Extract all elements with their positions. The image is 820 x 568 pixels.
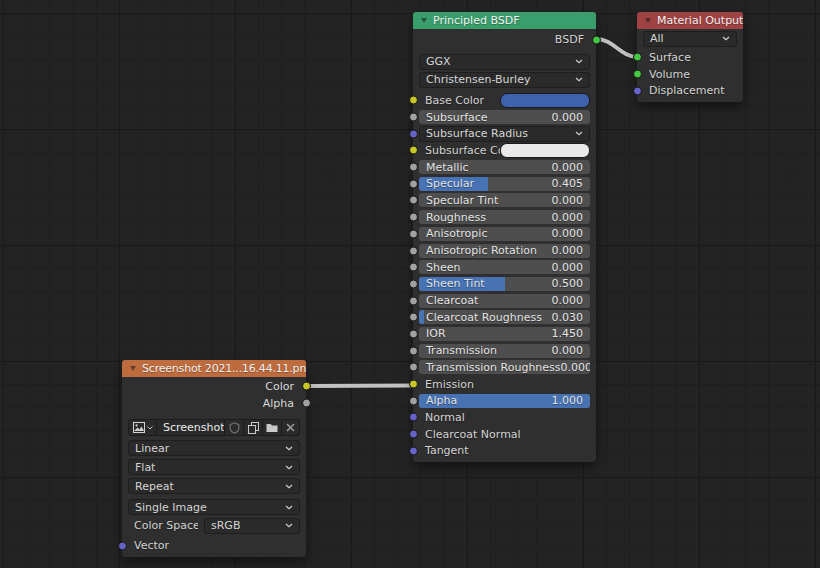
slider-ior[interactable]: IOR1.450 (419, 327, 590, 341)
dropdown-subsurface-radius[interactable]: Subsurface Radius (419, 126, 590, 142)
socket-volume-input[interactable] (633, 70, 642, 79)
socket-clearcoat-normal-input[interactable] (409, 430, 418, 439)
node-header-principled-bsdf[interactable]: Principled BSDF (413, 12, 596, 29)
socket-alpha-input[interactable] (409, 396, 418, 405)
input-label: Surface (637, 51, 691, 64)
input-row-subsurface-radius: Subsurface Radius (413, 125, 596, 142)
socket-transmission-input[interactable] (409, 346, 418, 355)
node-header-material-output[interactable]: Material Output (637, 12, 743, 29)
node-material-output[interactable]: Material Output All SurfaceVolumeDisplac… (637, 12, 743, 102)
slider-label: Sheen Tint (426, 277, 485, 290)
socket-metallic-input[interactable] (409, 163, 418, 172)
image-name-field[interactable]: Screenshot 20... (157, 420, 224, 435)
socket-displacement-input[interactable] (633, 86, 642, 95)
socket-clearcoat-roughness-input[interactable] (409, 313, 418, 322)
node-principled-bsdf[interactable]: Principled BSDF BSDF GGXChristensen-Burl… (413, 12, 596, 462)
input-row-alpha: Alpha1.000 (413, 392, 596, 409)
slider-value: 0.000 (552, 244, 584, 257)
menu-row-repeat: Repeat (128, 479, 300, 493)
dropdown-single-image[interactable]: Single Image (128, 499, 300, 515)
collapse-icon[interactable] (130, 366, 136, 371)
slider-clearcoat-roughness[interactable]: Clearcoat Roughness0.030 (419, 310, 590, 324)
slider-specular-tint[interactable]: Specular Tint0.000 (419, 193, 590, 207)
dropdown-repeat[interactable]: Repeat (128, 478, 300, 494)
socket-ior-input[interactable] (409, 329, 418, 338)
node-image-texture[interactable]: Screenshot 2021...16.44.11.png.001 Color… (122, 360, 306, 557)
socket-base-color-input[interactable] (409, 96, 418, 105)
dropdown-flat[interactable]: Flat (128, 459, 300, 475)
socket-clearcoat-input[interactable] (409, 296, 418, 305)
socket-anisotropic-input[interactable] (409, 229, 418, 238)
socket-roughness-input[interactable] (409, 213, 418, 222)
slider-anisotropic-rotation[interactable]: Anisotropic Rotation0.000 (419, 244, 590, 258)
socket-subsurface-radius-input[interactable] (409, 129, 418, 138)
socket-normal-input[interactable] (409, 413, 418, 422)
input-row-metallic: Metallic0.000 (413, 159, 596, 176)
node-editor-canvas[interactable]: Principled BSDF BSDF GGXChristensen-Burl… (0, 0, 820, 568)
input-label: Base Color (413, 94, 500, 107)
color-swatch-base-color[interactable] (500, 93, 590, 108)
slider-anisotropic[interactable]: Anisotropic0.000 (419, 227, 590, 241)
slider-sheen[interactable]: Sheen0.000 (419, 260, 590, 274)
collapse-icon[interactable] (645, 18, 651, 23)
image-browse-button[interactable] (129, 420, 156, 435)
socket-transmission-roughness-input[interactable] (409, 363, 418, 372)
collapse-icon[interactable] (421, 18, 427, 23)
dropdown-linear[interactable]: Linear (128, 440, 300, 456)
input-row-emission: Emission (413, 376, 596, 393)
input-row-ior: IOR1.450 (413, 326, 596, 343)
slider-transmission[interactable]: Transmission0.000 (419, 344, 590, 358)
socket-tangent-input[interactable] (409, 446, 418, 455)
slider-value: 0.500 (552, 277, 584, 290)
input-row-tangent: Tangent (413, 442, 596, 459)
socket-sheen-input[interactable] (409, 263, 418, 272)
socket-anisotropic-rotation-input[interactable] (409, 246, 418, 255)
socket-subsurface-input[interactable] (409, 113, 418, 122)
socket-alpha-output[interactable] (302, 399, 311, 408)
input-row-displacement: Displacement (637, 82, 743, 99)
slider-specular[interactable]: Specular0.405 (419, 177, 590, 191)
fake-user-shield-button[interactable] (225, 420, 243, 435)
target-menu[interactable]: All (643, 31, 737, 47)
slider-label: Subsurface (426, 111, 488, 124)
unlink-image-button[interactable] (282, 420, 299, 435)
socket-specular-tint-input[interactable] (409, 196, 418, 205)
socket-sheen-tint-input[interactable] (409, 279, 418, 288)
open-image-button[interactable] (263, 420, 281, 435)
slider-subsurface[interactable]: Subsurface0.000 (419, 110, 590, 124)
node-title: Screenshot 2021...16.44.11.png.001 (142, 362, 306, 375)
socket-color-output[interactable] (302, 382, 311, 391)
image-icon (133, 422, 145, 433)
socket-specular-input[interactable] (409, 179, 418, 188)
slider-label: Clearcoat Roughness (426, 311, 542, 324)
dropdown-ggx[interactable]: GGX (419, 54, 590, 70)
input-row-clearcoat: Clearcoat0.000 (413, 292, 596, 309)
socket-bsdf-output[interactable] (592, 35, 601, 44)
slider-label: Roughness (426, 211, 486, 224)
dropdown-value: Flat (135, 461, 155, 474)
socket-emission-input[interactable] (409, 380, 418, 389)
slider-label: Clearcoat (426, 294, 478, 307)
color-space-menu[interactable]: sRGB (204, 518, 300, 534)
node-header-image-texture[interactable]: Screenshot 2021...16.44.11.png.001 (122, 360, 306, 377)
slider-value: 0.000 (552, 111, 584, 124)
dropdown-value: Linear (135, 442, 169, 455)
duplicate-image-button[interactable] (244, 420, 262, 435)
dropdown-value: Single Image (135, 501, 207, 514)
chevron-down-icon (285, 505, 293, 510)
input-row-roughness: Roughness0.000 (413, 209, 596, 226)
socket-subsurface-colo-input[interactable] (409, 146, 418, 155)
socket-vector-input[interactable] (118, 541, 127, 550)
slider-alpha[interactable]: Alpha1.000 (419, 394, 590, 408)
slider-transmission-roughness[interactable]: Transmission Roughness0.000 (419, 360, 590, 374)
slider-roughness[interactable]: Roughness0.000 (419, 210, 590, 224)
link-color-to-emission (307, 386, 414, 387)
slider-metallic[interactable]: Metallic0.000 (419, 160, 590, 174)
slider-sheen-tint[interactable]: Sheen Tint0.500 (419, 277, 590, 291)
input-row-clearcoat-normal: Clearcoat Normal (413, 426, 596, 443)
input-row-surface: Surface (637, 49, 743, 66)
color-swatch-subsurface-colo[interactable] (500, 143, 590, 158)
socket-surface-input[interactable] (633, 53, 642, 62)
slider-clearcoat[interactable]: Clearcoat0.000 (419, 294, 590, 308)
dropdown-christensen-burley[interactable]: Christensen-Burley (419, 72, 590, 88)
